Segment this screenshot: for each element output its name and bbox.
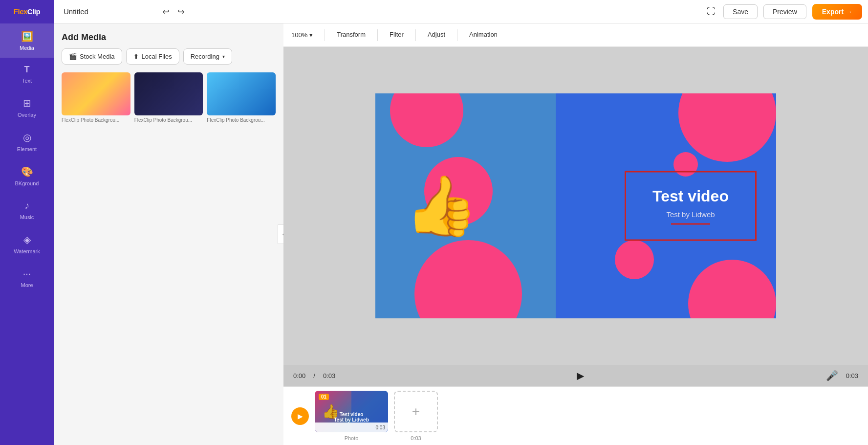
add-clip-icon: + — [412, 404, 420, 420]
tab-adjust[interactable]: Adjust — [420, 23, 453, 47]
preview-button[interactable]: Preview — [763, 4, 806, 19]
logo-flex: Flex — [14, 7, 27, 16]
video-title: Test video — [652, 187, 729, 205]
add-clip-label: 0:03 — [411, 435, 421, 441]
canvas-area: 👍 Test video Test by Lidweb — [283, 47, 868, 365]
mic-button[interactable]: 🎤 — [826, 370, 838, 381]
music-icon: ♪ — [24, 200, 29, 211]
sidebar-label-text: Text — [22, 78, 32, 84]
clip-label: Photo — [345, 435, 359, 441]
chevron-down-icon: ▾ — [222, 54, 225, 59]
stock-media-button[interactable]: 🎬 Stock Media — [62, 48, 122, 65]
collapse-panel-button[interactable]: ‹ — [278, 224, 283, 244]
total-time: 0:03 — [323, 372, 335, 379]
toolbar-divider-4 — [457, 29, 457, 41]
zoom-control[interactable]: 100% ▾ — [291, 31, 313, 39]
sidebar-item-more[interactable]: ··· More — [0, 261, 54, 295]
video-subtitle: Test by Lidweb — [666, 210, 715, 219]
save-button[interactable]: Save — [723, 4, 758, 19]
sidebar-item-media[interactable]: 🖼️ Media — [0, 23, 54, 58]
redo-button[interactable]: ↪ — [174, 4, 188, 19]
play-indicator: ▶ — [291, 407, 309, 425]
sidebar-label-overlay: Overlay — [18, 112, 36, 118]
toolbar-divider-1 — [325, 29, 325, 41]
media-item-2[interactable]: FlexClip Photo Backgrou... — [134, 72, 203, 123]
play-button[interactable]: ▶ — [577, 370, 584, 381]
stock-media-icon: 🎬 — [69, 53, 77, 60]
media-item-1[interactable]: FlexClip Photo Backgrou... — [62, 72, 130, 123]
tab-animation[interactable]: Animation — [461, 23, 505, 47]
bkground-icon: 🎨 — [21, 166, 33, 178]
clip-duration-label: 0:03 — [376, 425, 385, 430]
timeline-play-button[interactable]: ▶ — [291, 407, 309, 425]
media-item-3[interactable]: FlexClip Photo Backgrou... — [207, 72, 276, 123]
thumbs-up-emoji: 👍 — [405, 172, 478, 241]
sidebar-label-media: Media — [20, 45, 34, 51]
overlay-icon: ⊞ — [23, 97, 31, 109]
toolbar-divider-2 — [377, 29, 378, 41]
editor-toolbar: 100% ▾ Transform Filter Adjust Animation — [283, 23, 868, 47]
sidebar-item-element[interactable]: ◎ Element — [0, 125, 54, 159]
sidebar-label-bkground: BKground — [15, 180, 39, 186]
sidebar-label-watermark: Watermark — [14, 248, 40, 254]
project-title-input[interactable] — [64, 7, 152, 16]
timeline-clip-1[interactable]: 👍 01 Test videoTest by Lidweb 0:03 — [315, 391, 388, 432]
sidebar-item-bkground[interactable]: 🎨 BKground — [0, 159, 54, 193]
tab-transform[interactable]: Transform — [329, 23, 373, 47]
time-separator: / — [313, 372, 315, 379]
zoom-chevron-icon: ▾ — [309, 31, 313, 39]
clip-text: Test videoTest by Lidweb — [334, 412, 369, 423]
video-line — [671, 223, 710, 225]
watermark-icon: ◈ — [23, 234, 31, 245]
media-caption-3: FlexClip Photo Backgrou... — [207, 117, 276, 123]
current-time: 0:00 — [293, 372, 305, 379]
clip-number: 01 — [319, 394, 329, 400]
zoom-value: 100% — [291, 31, 307, 39]
clip-duration: 0:03 — [846, 372, 858, 379]
sidebar-label-element: Element — [17, 146, 37, 152]
media-grid: FlexClip Photo Backgrou... FlexClip Phot… — [54, 72, 283, 123]
media-thumb-1[interactable] — [62, 72, 130, 115]
text-icon: T — [24, 65, 30, 75]
sidebar-item-text[interactable]: T Text — [0, 58, 54, 90]
logo-clip: Clip — [27, 7, 40, 16]
timeline-area: ▶ 👍 01 Test videoTest by Lidweb 0:03 — [283, 386, 868, 445]
playback-bar: 0:00 / 0:03 ▶ 🎤 0:03 — [283, 365, 868, 386]
upload-icon: ⬆ — [133, 53, 139, 60]
recording-button[interactable]: Recording ▾ — [183, 48, 232, 65]
more-icon: ··· — [23, 268, 31, 279]
stock-media-label: Stock Media — [80, 53, 115, 60]
fullscreen-button[interactable]: ⛶ — [705, 4, 717, 19]
media-caption-2: FlexClip Photo Backgrou... — [134, 117, 203, 123]
panel-header: Add Media — [54, 23, 283, 48]
sidebar-label-music: Music — [20, 214, 34, 220]
sidebar-item-watermark[interactable]: ◈ Watermark — [0, 227, 54, 261]
add-clip-button[interactable]: + — [394, 391, 438, 432]
element-icon: ◎ — [23, 132, 31, 143]
toolbar-divider-3 — [415, 29, 416, 41]
sidebar-item-music[interactable]: ♪ Music — [0, 193, 54, 227]
media-thumb-2[interactable] — [134, 72, 203, 115]
undo-button[interactable]: ↩ — [159, 4, 173, 19]
sidebar-item-overlay[interactable]: ⊞ Overlay — [0, 90, 54, 125]
recording-label: Recording — [191, 53, 219, 60]
export-label: Export → — [822, 8, 852, 16]
local-files-button[interactable]: ⬆ Local Files — [126, 48, 179, 65]
text-box[interactable]: Test video Test by Lidweb — [625, 171, 757, 241]
media-caption-1: FlexClip Photo Backgrou... — [62, 117, 130, 123]
sidebar-label-more: More — [21, 282, 33, 288]
video-canvas: 👍 Test video Test by Lidweb — [375, 93, 776, 318]
export-button[interactable]: Export → — [812, 4, 862, 20]
tab-filter[interactable]: Filter — [382, 23, 412, 47]
local-files-label: Local Files — [142, 53, 172, 60]
media-icon: 🖼️ — [21, 30, 33, 42]
media-thumb-3[interactable] — [207, 72, 276, 115]
